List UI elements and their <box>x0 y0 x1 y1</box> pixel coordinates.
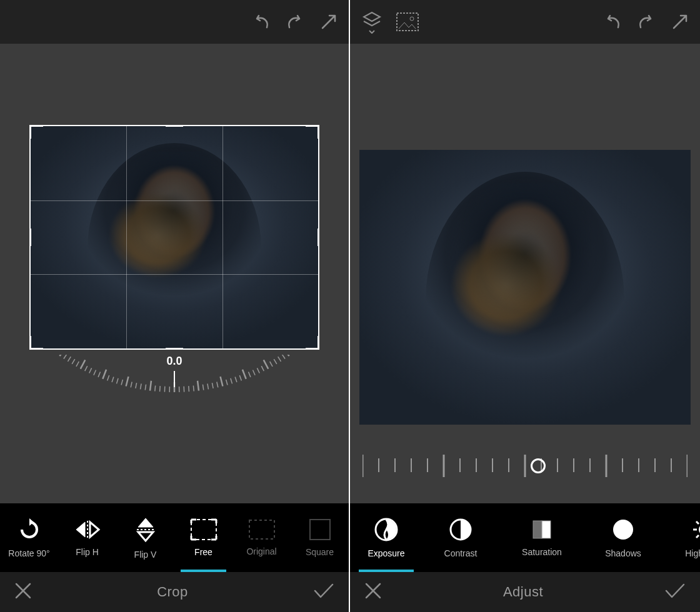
opt-contrast[interactable]: Contrast <box>420 503 501 572</box>
svg-line-10 <box>264 360 269 368</box>
svg-line-55 <box>59 355 65 356</box>
svg-line-21 <box>217 382 218 388</box>
opt-saturation-label: Saturation <box>522 547 562 557</box>
svg-point-91 <box>613 520 633 540</box>
svg-line-6 <box>282 355 285 359</box>
svg-line-23 <box>208 383 209 389</box>
svg-line-49 <box>85 366 88 371</box>
svg-line-13 <box>253 370 256 375</box>
svg-line-47 <box>94 370 96 375</box>
svg-line-38 <box>136 383 137 388</box>
svg-line-22 <box>212 383 213 388</box>
svg-line-37 <box>141 383 142 389</box>
cancel-button[interactable] <box>14 581 32 603</box>
photo-preview <box>359 150 691 425</box>
fullscreen-icon[interactable] <box>320 13 338 31</box>
svg-rect-61 <box>191 520 216 540</box>
rotation-dial[interactable]: 0.0 <box>29 355 319 430</box>
adjust-title: Adjust <box>503 584 543 600</box>
opt-free[interactable]: Free <box>174 503 232 572</box>
opt-rotate90[interactable]: Rotate 90° <box>0 503 58 572</box>
opt-flipv-label: Flip V <box>134 550 157 560</box>
svg-line-54 <box>64 355 67 359</box>
svg-line-34 <box>155 386 156 392</box>
confirm-button[interactable] <box>664 582 686 602</box>
crop-topbar <box>0 0 349 44</box>
slider-ticks <box>362 450 688 487</box>
crop-bottombar: Crop <box>0 572 349 612</box>
svg-line-41 <box>121 380 122 385</box>
opt-exposure[interactable]: Exposure <box>352 503 420 572</box>
opt-contrast-label: Contrast <box>444 548 478 558</box>
svg-line-50 <box>81 360 86 368</box>
opt-original[interactable]: Original <box>232 503 291 572</box>
undo-icon[interactable] <box>250 12 271 31</box>
svg-line-46 <box>98 372 100 377</box>
svg-line-15 <box>242 370 246 379</box>
svg-line-26 <box>193 386 194 392</box>
svg-line-48 <box>89 368 92 373</box>
svg-line-39 <box>131 382 132 388</box>
svg-line-53 <box>68 357 71 362</box>
opt-square[interactable]: Square <box>291 503 349 572</box>
crop-canvas[interactable]: 0.0 <box>0 44 349 503</box>
redo-icon[interactable] <box>285 12 306 31</box>
svg-line-35 <box>150 381 151 391</box>
svg-line-5 <box>283 355 289 356</box>
svg-line-52 <box>72 359 75 364</box>
opt-original-label: Original <box>246 546 276 556</box>
confirm-button[interactable] <box>312 582 335 602</box>
photo-preview <box>29 125 319 350</box>
svg-line-24 <box>202 385 203 390</box>
crop-options: Rotate 90° Flip H Flip V Free Original S… <box>0 503 349 572</box>
layers-icon[interactable] <box>361 10 382 34</box>
svg-line-8 <box>274 359 277 364</box>
opt-flipv[interactable]: Flip V <box>116 503 174 572</box>
svg-line-43 <box>112 377 114 382</box>
fullscreen-icon[interactable] <box>671 13 689 31</box>
undo-icon[interactable] <box>601 12 622 31</box>
adjust-topbar <box>350 0 700 44</box>
svg-rect-62 <box>249 520 274 539</box>
svg-line-51 <box>76 362 79 367</box>
opt-highlights-label: Highlights <box>685 548 700 558</box>
opt-shadows-label: Shadows <box>605 548 641 558</box>
svg-line-33 <box>160 386 161 392</box>
opt-fliph[interactable]: Flip H <box>58 503 116 572</box>
svg-rect-90 <box>542 521 551 538</box>
svg-line-25 <box>198 381 199 391</box>
svg-line-20 <box>221 377 223 387</box>
image-picker-icon[interactable] <box>396 12 419 31</box>
redo-icon[interactable] <box>636 12 658 31</box>
svg-line-19 <box>226 380 228 385</box>
svg-line-14 <box>249 372 251 377</box>
slider-thumb[interactable] <box>531 458 546 473</box>
cancel-button[interactable] <box>364 581 382 603</box>
svg-rect-89 <box>533 521 542 538</box>
opt-free-label: Free <box>194 547 212 557</box>
crop-title: Crop <box>157 584 188 600</box>
opt-highlights[interactable]: Highlights <box>664 503 700 572</box>
svg-line-18 <box>231 378 232 384</box>
adjust-screen: Exposure Contrast Saturation Shadows Hig… <box>350 0 700 612</box>
svg-line-9 <box>270 362 272 367</box>
opt-saturation[interactable]: Saturation <box>501 503 582 572</box>
adjust-options: Exposure Contrast Saturation Shadows Hig… <box>350 503 700 572</box>
svg-line-44 <box>108 375 109 380</box>
opt-rotate90-label: Rotate 90° <box>8 548 49 558</box>
opt-exposure-label: Exposure <box>368 548 404 558</box>
opt-shadows[interactable]: Shadows <box>582 503 664 572</box>
opt-fliph-label: Flip H <box>76 547 99 557</box>
value-slider[interactable] <box>362 450 688 487</box>
svg-line-36 <box>145 385 146 390</box>
rotation-needle <box>174 371 175 387</box>
rotation-value: 0.0 <box>166 355 182 368</box>
crop-screen: 0.0 Rotate 90° Flip H Flip V Free Ori <box>0 0 349 612</box>
adjust-bottombar: Adjust <box>350 572 700 612</box>
svg-line-12 <box>257 368 259 373</box>
opt-square-label: Square <box>306 547 334 557</box>
svg-line-16 <box>239 375 241 380</box>
svg-rect-63 <box>310 520 330 540</box>
svg-line-7 <box>278 357 281 362</box>
svg-line-27 <box>189 386 189 392</box>
